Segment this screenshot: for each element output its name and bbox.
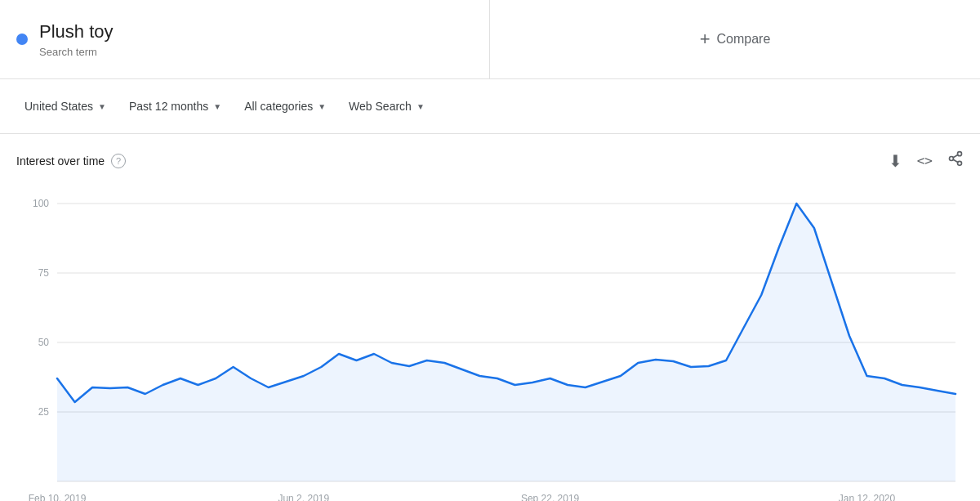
svg-text:25: 25 — [38, 406, 50, 418]
embed-icon[interactable]: <> — [917, 153, 933, 168]
svg-line-4 — [953, 154, 958, 157]
chart-actions: ⬇ <> — [889, 150, 964, 171]
search-term-subtitle: Search term — [39, 46, 114, 58]
svg-line-3 — [953, 159, 958, 162]
svg-text:50: 50 — [38, 337, 50, 348]
time-chevron-icon: ▼ — [213, 102, 221, 111]
compare-label: Compare — [717, 32, 771, 47]
time-label: Past 12 months — [129, 100, 208, 113]
svg-text:Jan 12, 2020: Jan 12, 2020 — [839, 493, 896, 501]
filters-bar: United States ▼ Past 12 months ▼ All cat… — [0, 79, 980, 134]
svg-text:Feb 10, 2019: Feb 10, 2019 — [29, 493, 87, 501]
location-label: United States — [24, 100, 93, 113]
compare-button[interactable]: + Compare — [700, 29, 771, 50]
interest-over-time-chart: 100 75 50 25 Feb 10, 2019 Jun 2, 2019 Se… — [16, 179, 964, 501]
location-chevron-icon: ▼ — [98, 102, 106, 111]
time-filter[interactable]: Past 12 months ▼ — [121, 95, 229, 118]
download-icon[interactable]: ⬇ — [889, 151, 902, 171]
svg-text:75: 75 — [38, 267, 50, 279]
svg-text:Sep 22, 2019: Sep 22, 2019 — [521, 493, 580, 501]
help-icon[interactable]: ? — [111, 154, 126, 168]
category-filter[interactable]: All categories ▼ — [236, 95, 334, 118]
search-type-filter[interactable]: Web Search ▼ — [341, 95, 433, 118]
category-label: All categories — [244, 100, 313, 113]
chart-header: Interest over time ? ⬇ <> — [16, 150, 964, 171]
svg-text:100: 100 — [33, 198, 49, 209]
search-term-title: Plush toy — [39, 21, 114, 42]
chart-title: Interest over time — [16, 154, 105, 168]
chart-title-area: Interest over time ? — [16, 154, 126, 168]
search-type-label: Web Search — [349, 100, 412, 113]
chart-container: 100 75 50 25 Feb 10, 2019 Jun 2, 2019 Se… — [16, 179, 964, 501]
term-info: Plush toy Search term — [39, 21, 114, 58]
category-chevron-icon: ▼ — [318, 102, 326, 111]
search-type-chevron-icon: ▼ — [416, 102, 425, 111]
compare-area: + Compare — [490, 0, 980, 78]
svg-text:Jun 2, 2019: Jun 2, 2019 — [278, 493, 329, 501]
chart-section: Interest over time ? ⬇ <> 100 — [0, 134, 980, 501]
term-color-dot — [16, 34, 28, 45]
header: Plush toy Search term + Compare — [0, 0, 980, 79]
search-term-area: Plush toy Search term — [0, 0, 490, 78]
share-icon[interactable] — [947, 150, 964, 171]
compare-plus-icon: + — [700, 29, 710, 50]
location-filter[interactable]: United States ▼ — [16, 95, 114, 118]
